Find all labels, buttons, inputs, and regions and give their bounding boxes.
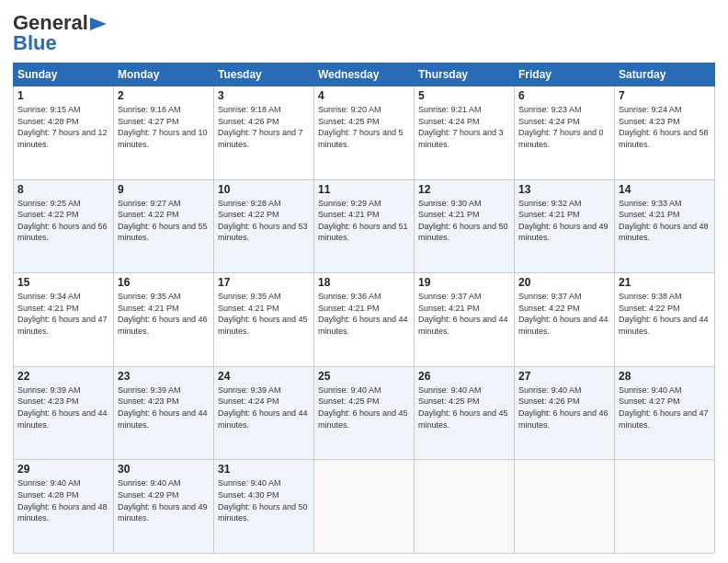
calendar-cell: 5Sunrise: 9:21 AMSunset: 4:24 PMDaylight… <box>415 86 515 180</box>
day-info: Sunrise: 9:16 AMSunset: 4:27 PMDaylight:… <box>118 104 210 150</box>
day-number: 19 <box>418 276 510 289</box>
calendar-cell: 3Sunrise: 9:18 AMSunset: 4:26 PMDaylight… <box>214 86 314 180</box>
calendar-cell: 20Sunrise: 9:37 AMSunset: 4:22 PMDayligh… <box>515 273 615 367</box>
calendar-cell: 23Sunrise: 9:39 AMSunset: 4:23 PMDayligh… <box>114 366 214 460</box>
day-number: 30 <box>118 463 210 476</box>
calendar-cell: 6Sunrise: 9:23 AMSunset: 4:24 PMDaylight… <box>515 86 615 180</box>
day-number: 14 <box>619 183 711 196</box>
calendar-cell: 13Sunrise: 9:32 AMSunset: 4:21 PMDayligh… <box>515 179 615 273</box>
day-number: 9 <box>118 183 210 196</box>
day-number: 4 <box>318 89 410 102</box>
weekday-header: Friday <box>515 63 615 86</box>
day-number: 15 <box>17 276 109 289</box>
calendar-week-row: 8Sunrise: 9:25 AMSunset: 4:22 PMDaylight… <box>14 179 715 273</box>
day-info: Sunrise: 9:24 AMSunset: 4:23 PMDaylight:… <box>619 104 711 150</box>
calendar-week-row: 29Sunrise: 9:40 AMSunset: 4:28 PMDayligh… <box>14 460 715 554</box>
calendar-cell: 30Sunrise: 9:40 AMSunset: 4:29 PMDayligh… <box>114 460 214 554</box>
logo-flag-icon <box>90 17 107 30</box>
day-info: Sunrise: 9:40 AMSunset: 4:26 PMDaylight:… <box>518 385 610 431</box>
day-number: 29 <box>17 463 109 476</box>
day-info: Sunrise: 9:36 AMSunset: 4:21 PMDaylight:… <box>318 291 410 337</box>
logo: General Blue <box>13 11 107 55</box>
calendar-header-row: SundayMondayTuesdayWednesdayThursdayFrid… <box>14 63 715 86</box>
day-info: Sunrise: 9:38 AMSunset: 4:22 PMDaylight:… <box>619 291 711 337</box>
svg-marker-0 <box>90 17 107 30</box>
day-info: Sunrise: 9:35 AMSunset: 4:21 PMDaylight:… <box>218 291 310 337</box>
weekday-header: Saturday <box>615 63 715 86</box>
day-number: 13 <box>518 183 610 196</box>
day-number: 20 <box>518 276 610 289</box>
header: General Blue <box>13 11 715 55</box>
calendar-cell: 14Sunrise: 9:33 AMSunset: 4:21 PMDayligh… <box>615 179 715 273</box>
day-info: Sunrise: 9:34 AMSunset: 4:21 PMDaylight:… <box>17 291 109 337</box>
day-info: Sunrise: 9:37 AMSunset: 4:21 PMDaylight:… <box>418 291 510 337</box>
day-info: Sunrise: 9:30 AMSunset: 4:21 PMDaylight:… <box>418 198 510 244</box>
day-number: 5 <box>418 89 510 102</box>
weekday-header: Tuesday <box>214 63 314 86</box>
day-info: Sunrise: 9:20 AMSunset: 4:25 PMDaylight:… <box>318 104 410 150</box>
calendar-cell: 18Sunrise: 9:36 AMSunset: 4:21 PMDayligh… <box>314 273 415 367</box>
calendar-cell: 29Sunrise: 9:40 AMSunset: 4:28 PMDayligh… <box>14 460 114 554</box>
day-number: 26 <box>418 370 510 383</box>
calendar-cell <box>615 460 715 554</box>
calendar-cell: 15Sunrise: 9:34 AMSunset: 4:21 PMDayligh… <box>14 273 114 367</box>
day-info: Sunrise: 9:40 AMSunset: 4:29 PMDaylight:… <box>118 477 210 523</box>
day-number: 27 <box>518 370 610 383</box>
calendar-cell: 31Sunrise: 9:40 AMSunset: 4:30 PMDayligh… <box>214 460 314 554</box>
day-info: Sunrise: 9:40 AMSunset: 4:30 PMDaylight:… <box>218 477 310 523</box>
day-number: 3 <box>218 89 310 102</box>
calendar-cell: 19Sunrise: 9:37 AMSunset: 4:21 PMDayligh… <box>415 273 515 367</box>
calendar-cell: 16Sunrise: 9:35 AMSunset: 4:21 PMDayligh… <box>114 273 214 367</box>
day-number: 17 <box>218 276 310 289</box>
calendar-cell <box>415 460 515 554</box>
day-number: 21 <box>619 276 711 289</box>
day-number: 25 <box>318 370 410 383</box>
calendar-cell: 2Sunrise: 9:16 AMSunset: 4:27 PMDaylight… <box>114 86 214 180</box>
calendar-cell: 9Sunrise: 9:27 AMSunset: 4:22 PMDaylight… <box>114 179 214 273</box>
calendar-cell: 27Sunrise: 9:40 AMSunset: 4:26 PMDayligh… <box>515 366 615 460</box>
calendar-cell: 24Sunrise: 9:39 AMSunset: 4:24 PMDayligh… <box>214 366 314 460</box>
calendar-cell <box>314 460 415 554</box>
day-info: Sunrise: 9:39 AMSunset: 4:24 PMDaylight:… <box>218 385 310 431</box>
calendar-cell: 28Sunrise: 9:40 AMSunset: 4:27 PMDayligh… <box>615 366 715 460</box>
day-info: Sunrise: 9:40 AMSunset: 4:25 PMDaylight:… <box>418 385 510 431</box>
day-number: 11 <box>318 183 410 196</box>
day-number: 31 <box>218 463 310 476</box>
calendar-week-row: 1Sunrise: 9:15 AMSunset: 4:28 PMDaylight… <box>14 86 715 180</box>
day-info: Sunrise: 9:39 AMSunset: 4:23 PMDaylight:… <box>17 385 109 431</box>
logo-blue-text: Blue <box>13 31 57 55</box>
day-number: 6 <box>518 89 610 102</box>
day-number: 8 <box>17 183 109 196</box>
day-info: Sunrise: 9:23 AMSunset: 4:24 PMDaylight:… <box>518 104 610 150</box>
calendar-cell: 17Sunrise: 9:35 AMSunset: 4:21 PMDayligh… <box>214 273 314 367</box>
day-info: Sunrise: 9:15 AMSunset: 4:28 PMDaylight:… <box>17 104 109 150</box>
day-number: 28 <box>619 370 711 383</box>
day-info: Sunrise: 9:40 AMSunset: 4:25 PMDaylight:… <box>318 385 410 431</box>
weekday-header: Sunday <box>14 63 114 86</box>
day-info: Sunrise: 9:32 AMSunset: 4:21 PMDaylight:… <box>518 198 610 244</box>
calendar-week-row: 22Sunrise: 9:39 AMSunset: 4:23 PMDayligh… <box>14 366 715 460</box>
weekday-header: Thursday <box>415 63 515 86</box>
day-number: 12 <box>418 183 510 196</box>
day-info: Sunrise: 9:27 AMSunset: 4:22 PMDaylight:… <box>118 198 210 244</box>
calendar-cell: 8Sunrise: 9:25 AMSunset: 4:22 PMDaylight… <box>14 179 114 273</box>
day-number: 22 <box>17 370 109 383</box>
calendar-cell: 25Sunrise: 9:40 AMSunset: 4:25 PMDayligh… <box>314 366 415 460</box>
calendar-cell: 10Sunrise: 9:28 AMSunset: 4:22 PMDayligh… <box>214 179 314 273</box>
day-info: Sunrise: 9:28 AMSunset: 4:22 PMDaylight:… <box>218 198 310 244</box>
day-number: 1 <box>17 89 109 102</box>
calendar-cell: 12Sunrise: 9:30 AMSunset: 4:21 PMDayligh… <box>415 179 515 273</box>
day-info: Sunrise: 9:33 AMSunset: 4:21 PMDaylight:… <box>619 198 711 244</box>
weekday-header: Wednesday <box>314 63 415 86</box>
calendar-cell: 26Sunrise: 9:40 AMSunset: 4:25 PMDayligh… <box>415 366 515 460</box>
calendar-week-row: 15Sunrise: 9:34 AMSunset: 4:21 PMDayligh… <box>14 273 715 367</box>
calendar-cell <box>515 460 615 554</box>
day-number: 10 <box>218 183 310 196</box>
day-info: Sunrise: 9:18 AMSunset: 4:26 PMDaylight:… <box>218 104 310 150</box>
weekday-header: Monday <box>114 63 214 86</box>
page: General Blue SundayMondayTuesdayWednesda… <box>0 0 728 563</box>
calendar-cell: 22Sunrise: 9:39 AMSunset: 4:23 PMDayligh… <box>14 366 114 460</box>
day-info: Sunrise: 9:35 AMSunset: 4:21 PMDaylight:… <box>118 291 210 337</box>
day-info: Sunrise: 9:37 AMSunset: 4:22 PMDaylight:… <box>518 291 610 337</box>
calendar-cell: 21Sunrise: 9:38 AMSunset: 4:22 PMDayligh… <box>615 273 715 367</box>
